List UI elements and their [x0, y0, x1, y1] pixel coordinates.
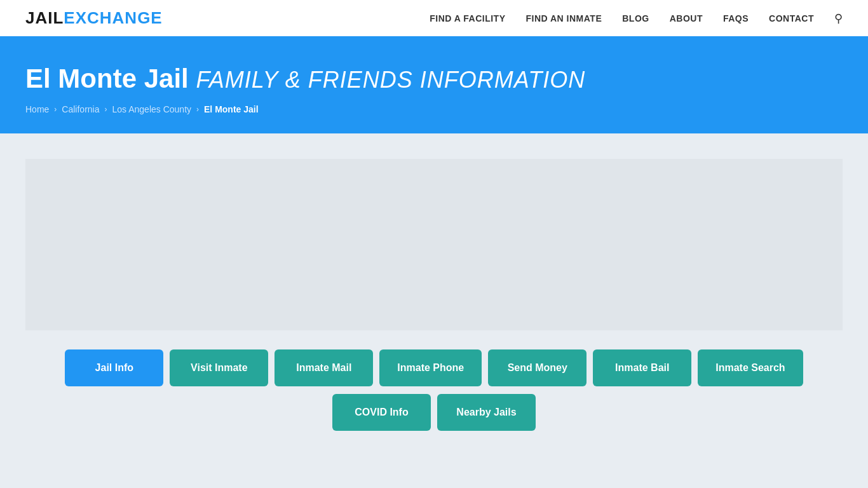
- nav-search-button[interactable]: ⚲: [834, 11, 843, 25]
- page-title: El Monte Jail FAMILY & FRIENDS INFORMATI…: [25, 64, 843, 94]
- breadcrumb-sep-2: ›: [105, 105, 107, 114]
- btn-inmate-mail[interactable]: Inmate Mail: [275, 349, 373, 386]
- btn-jail-info[interactable]: Jail Info: [65, 349, 163, 386]
- button-row-1: Jail Info Visit Inmate Inmate Mail Inmat…: [65, 349, 803, 386]
- btn-inmate-search[interactable]: Inmate Search: [698, 349, 803, 386]
- nav-item-about[interactable]: ABOUT: [670, 13, 703, 24]
- btn-nearby-jails[interactable]: Nearby Jails: [437, 394, 536, 431]
- nav-link-faqs[interactable]: FAQs: [723, 13, 749, 24]
- breadcrumb: Home › California › Los Angeles County ›…: [25, 104, 843, 114]
- nav-item-find-facility[interactable]: FIND A FACILITY: [430, 13, 505, 24]
- button-section: Jail Info Visit Inmate Inmate Mail Inmat…: [25, 349, 843, 431]
- nav-link-contact[interactable]: CONTACT: [769, 13, 814, 24]
- logo-exchange: EXCHANGE: [64, 8, 162, 27]
- nav-link-find-inmate[interactable]: FIND AN INMATE: [526, 13, 602, 24]
- btn-covid-info[interactable]: COVID Info: [332, 394, 431, 431]
- nav-link-blog[interactable]: BLOG: [622, 13, 649, 24]
- button-row-2: COVID Info Nearby Jails: [332, 394, 536, 431]
- nav-item-faqs[interactable]: FAQs: [723, 13, 749, 24]
- btn-send-money[interactable]: Send Money: [488, 349, 587, 386]
- navbar: JAILEXCHANGE FIND A FACILITY FIND AN INM…: [0, 0, 868, 38]
- breadcrumb-sep-3: ›: [196, 105, 199, 114]
- btn-visit-inmate[interactable]: Visit Inmate: [170, 349, 268, 386]
- breadcrumb-home[interactable]: Home: [25, 104, 49, 114]
- main-content: Jail Info Visit Inmate Inmate Mail Inmat…: [0, 133, 868, 456]
- breadcrumb-la-county[interactable]: Los Angeles County: [112, 104, 192, 114]
- nav-item-blog[interactable]: BLOG: [622, 13, 649, 24]
- logo-jail: JAIL: [25, 8, 64, 27]
- ad-area: [25, 159, 843, 330]
- breadcrumb-current: El Monte Jail: [204, 104, 259, 114]
- hero-title-sub: FAMILY & FRIENDS INFORMATION: [196, 67, 585, 93]
- breadcrumb-sep-1: ›: [54, 105, 57, 114]
- nav-link-find-facility[interactable]: FIND A FACILITY: [430, 13, 505, 24]
- btn-inmate-phone[interactable]: Inmate Phone: [379, 349, 482, 386]
- nav-links: FIND A FACILITY FIND AN INMATE BLOG ABOU…: [430, 11, 843, 25]
- hero-section: El Monte Jail FAMILY & FRIENDS INFORMATI…: [0, 38, 868, 133]
- hero-title-main: El Monte Jail: [25, 64, 189, 93]
- search-icon[interactable]: ⚲: [834, 12, 843, 25]
- nav-item-contact[interactable]: CONTACT: [769, 13, 814, 24]
- logo[interactable]: JAILEXCHANGE: [25, 8, 163, 28]
- breadcrumb-california[interactable]: California: [62, 104, 99, 114]
- btn-inmate-bail[interactable]: Inmate Bail: [593, 349, 691, 386]
- nav-item-find-inmate[interactable]: FIND AN INMATE: [526, 13, 602, 24]
- nav-link-about[interactable]: ABOUT: [670, 13, 703, 24]
